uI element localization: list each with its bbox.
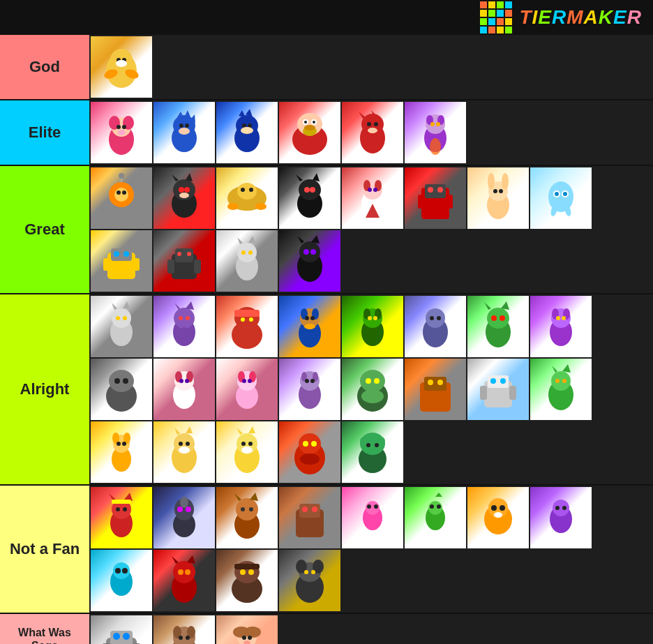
list-item[interactable] bbox=[279, 102, 340, 163]
list-item[interactable] bbox=[91, 36, 152, 98]
svg-point-242 bbox=[300, 454, 320, 465]
svg-point-101 bbox=[563, 192, 567, 196]
tier-row-alright: Alright bbox=[0, 294, 653, 486]
list-item[interactable] bbox=[153, 167, 215, 229]
svg-point-201 bbox=[361, 389, 384, 403]
svg-point-100 bbox=[555, 192, 559, 196]
list-item[interactable] bbox=[405, 102, 466, 163]
list-item[interactable] bbox=[153, 102, 215, 163]
svg-point-150 bbox=[305, 316, 309, 320]
svg-point-167 bbox=[491, 315, 497, 321]
svg-point-248 bbox=[375, 443, 379, 447]
list-item[interactable] bbox=[153, 359, 215, 420]
list-item[interactable] bbox=[342, 102, 403, 163]
list-item[interactable] bbox=[153, 421, 215, 483]
tiermaker-logo: TierMaker bbox=[480, 1, 642, 33]
list-item[interactable] bbox=[153, 487, 215, 548]
list-item[interactable] bbox=[91, 296, 152, 357]
svg-point-82 bbox=[368, 188, 372, 192]
svg-marker-227 bbox=[186, 426, 193, 433]
list-item[interactable] bbox=[405, 487, 466, 548]
svg-point-64 bbox=[184, 187, 190, 193]
list-item[interactable] bbox=[91, 487, 152, 548]
list-item[interactable] bbox=[216, 359, 278, 420]
svg-point-184 bbox=[185, 379, 189, 383]
list-item[interactable] bbox=[279, 296, 340, 357]
svg-marker-214 bbox=[552, 366, 557, 373]
list-item[interactable] bbox=[153, 550, 215, 611]
svg-point-107 bbox=[123, 251, 129, 257]
list-item[interactable] bbox=[342, 296, 403, 357]
list-item[interactable] bbox=[279, 550, 340, 611]
logo-cell bbox=[505, 10, 512, 17]
list-item[interactable] bbox=[342, 167, 403, 229]
svg-point-287 bbox=[555, 506, 560, 510]
svg-point-67 bbox=[237, 183, 257, 200]
list-item[interactable] bbox=[91, 167, 152, 229]
logo-cell bbox=[480, 10, 487, 17]
tier-items-alright bbox=[89, 294, 653, 484]
svg-point-277 bbox=[430, 504, 434, 509]
list-item[interactable] bbox=[91, 359, 152, 420]
svg-point-158 bbox=[373, 316, 377, 320]
svg-point-121 bbox=[248, 250, 253, 255]
list-item[interactable] bbox=[467, 296, 529, 357]
list-item[interactable] bbox=[342, 421, 403, 483]
tier-row-elite: Elite bbox=[0, 100, 653, 166]
list-item[interactable] bbox=[216, 167, 278, 229]
list-item[interactable] bbox=[216, 487, 278, 548]
list-item[interactable] bbox=[279, 421, 340, 483]
svg-point-14 bbox=[122, 125, 126, 129]
svg-point-133 bbox=[123, 316, 127, 320]
svg-point-291 bbox=[115, 568, 121, 574]
svg-point-266 bbox=[249, 507, 253, 511]
list-item[interactable] bbox=[91, 230, 152, 292]
svg-point-87 bbox=[428, 187, 433, 193]
svg-point-213 bbox=[551, 371, 571, 391]
svg-point-312 bbox=[113, 633, 120, 640]
svg-marker-234 bbox=[248, 426, 255, 433]
svg-point-36 bbox=[304, 121, 307, 123]
svg-point-88 bbox=[437, 187, 443, 193]
svg-point-288 bbox=[562, 506, 566, 510]
list-item[interactable] bbox=[216, 296, 278, 357]
list-item[interactable] bbox=[216, 615, 278, 644]
list-item[interactable] bbox=[405, 296, 466, 357]
logo-grid-icon bbox=[480, 1, 512, 33]
list-item[interactable] bbox=[216, 550, 278, 611]
list-item[interactable] bbox=[279, 487, 340, 548]
svg-point-228 bbox=[179, 442, 183, 446]
svg-rect-108 bbox=[103, 258, 110, 271]
list-item[interactable] bbox=[279, 230, 340, 292]
svg-point-236 bbox=[248, 442, 253, 446]
list-item[interactable] bbox=[91, 615, 152, 644]
list-item[interactable] bbox=[530, 487, 592, 548]
list-item[interactable] bbox=[342, 487, 403, 548]
list-item[interactable] bbox=[91, 421, 152, 483]
svg-point-52 bbox=[430, 138, 441, 155]
list-item[interactable] bbox=[279, 359, 340, 420]
list-item[interactable] bbox=[153, 230, 215, 292]
list-item[interactable] bbox=[530, 167, 592, 229]
list-item[interactable] bbox=[216, 102, 278, 163]
list-item[interactable] bbox=[467, 487, 529, 548]
list-item[interactable] bbox=[405, 167, 466, 229]
list-item[interactable] bbox=[405, 359, 466, 420]
svg-point-216 bbox=[555, 379, 560, 383]
svg-point-50 bbox=[430, 122, 435, 126]
svg-marker-26 bbox=[239, 110, 246, 117]
list-item[interactable] bbox=[153, 296, 215, 357]
list-item[interactable] bbox=[342, 359, 403, 420]
list-item[interactable] bbox=[216, 230, 278, 292]
logo-cell bbox=[497, 18, 504, 25]
list-item[interactable] bbox=[467, 359, 529, 420]
list-item[interactable] bbox=[530, 359, 592, 420]
list-item[interactable] bbox=[467, 167, 529, 229]
svg-point-152 bbox=[304, 324, 315, 329]
list-item[interactable] bbox=[530, 296, 592, 357]
list-item[interactable] bbox=[91, 550, 152, 611]
list-item[interactable] bbox=[153, 615, 215, 644]
list-item[interactable] bbox=[91, 102, 152, 163]
list-item[interactable] bbox=[216, 421, 278, 483]
list-item[interactable] bbox=[279, 167, 340, 229]
